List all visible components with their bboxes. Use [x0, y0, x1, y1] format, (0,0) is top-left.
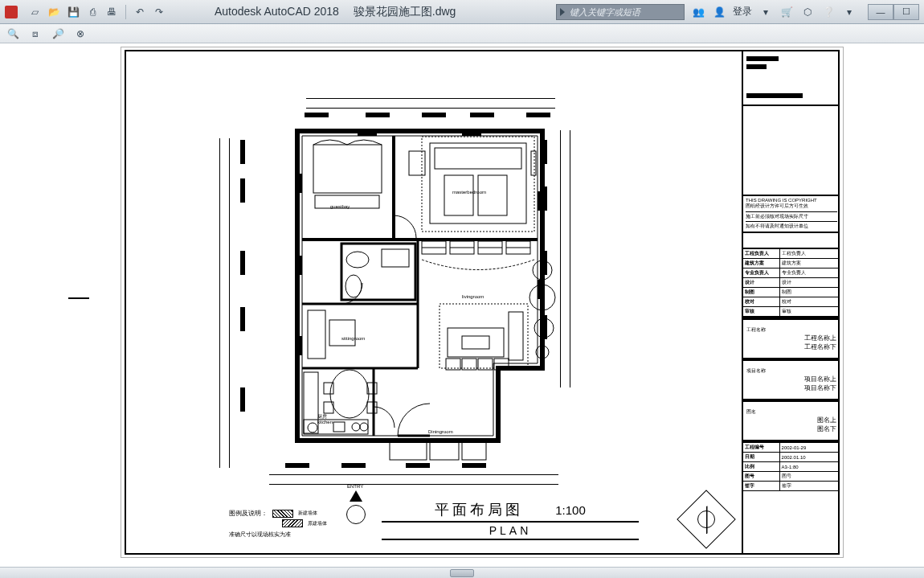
redo-icon[interactable]: ↷ [152, 5, 166, 19]
exchange-icon[interactable]: 🛒 [779, 5, 794, 19]
margin-tick [68, 297, 89, 299]
label-guest: guestbay [330, 204, 350, 209]
label-living: livingroom [462, 294, 484, 299]
svg-rect-55 [462, 442, 486, 460]
svg-rect-14 [531, 151, 536, 175]
svg-rect-30 [448, 328, 504, 357]
svg-rect-25 [382, 249, 409, 267]
plot-icon[interactable]: 🖶 [104, 5, 119, 19]
copyright-2: 图纸经设计方许可后方可生效 [746, 203, 837, 210]
close-view-icon[interactable]: ⊗ [72, 26, 88, 42]
svg-rect-27 [308, 310, 325, 359]
drawing-frame: THIS DRAWING IS COPYRIGHT 图纸经设计方许可后方可生效 … [125, 50, 840, 555]
title-bar: ▱ 📂 💾 ⎙ 🖶 ↶ ↷ Autodesk AutoCAD 2018 骏景花园… [0, 0, 924, 24]
svg-rect-56 [297, 174, 302, 193]
h-scrollbar[interactable] [0, 567, 924, 578]
zoom-icon[interactable]: 🔍 [5, 26, 21, 42]
svg-rect-57 [297, 256, 302, 275]
zoom-out-icon[interactable]: 🔎 [50, 26, 66, 42]
plan-title-en: PLAN [350, 524, 671, 537]
svg-rect-53 [390, 442, 427, 460]
copyright-4: 如有不符请及时通知设计单位 [746, 221, 837, 230]
svg-point-51 [360, 423, 368, 431]
label-dining: Diningroom [428, 429, 453, 434]
svg-rect-10 [435, 148, 521, 169]
svg-rect-58 [297, 336, 302, 355]
drawing-name-block: 图名 图名上 图名下 [743, 400, 840, 441]
window-title: Autodesk AutoCAD 2018 骏景花园施工图.dwg [215, 5, 456, 19]
app-store-icon[interactable]: ⬡ [800, 5, 815, 19]
maximize-button[interactable]: ☐ [893, 4, 919, 20]
dim-left-line [219, 138, 220, 468]
svg-rect-7 [313, 145, 382, 193]
label-sitting: sittingroom [341, 336, 365, 341]
copyright-3: 施工前必须核对现场实际尺寸 [746, 211, 837, 220]
help-search[interactable] [556, 4, 685, 20]
scroll-thumb[interactable] [450, 569, 474, 577]
label-kitchen: kitchen [317, 420, 333, 424]
plan-title-cn: 平面布局图 [435, 500, 523, 519]
svg-rect-60 [538, 280, 542, 299]
svg-rect-49 [333, 422, 345, 432]
hatch-1-icon [272, 510, 293, 518]
svg-point-48 [308, 423, 317, 432]
save-as-icon[interactable]: ⎙ [85, 5, 100, 19]
svg-rect-59 [538, 191, 542, 211]
role-table: 工程负责人工程负责人 建筑方案建筑方案 专业负责人专业负责人 设计设计 制图制图… [743, 248, 840, 317]
title-block: THIS DRAWING IS COPYRIGHT 图纸经设计方许可后方可生效 … [742, 50, 840, 555]
view-toolbar: 🔍 ⧈ 🔎 ⊗ [0, 24, 924, 43]
app-name: Autodesk AutoCAD 2018 [215, 5, 339, 18]
svg-rect-31 [462, 336, 489, 349]
drawing-canvas[interactable]: THIS DRAWING IS COPYRIGHT 图纸经设计方许可后方可生效 … [0, 43, 924, 578]
project-name-block: 工程名称 工程名称上 工程名称下 [743, 318, 840, 359]
label-entry: ENTRY [347, 484, 363, 489]
svg-rect-62 [462, 131, 481, 136]
search-tri-icon [560, 8, 565, 16]
zoom-window-icon[interactable]: ⧈ [27, 26, 43, 42]
legend-item2: 原建墙体 [308, 520, 327, 527]
svg-rect-36 [509, 312, 523, 360]
save-icon[interactable]: 💾 [66, 5, 80, 19]
minimize-button[interactable]: — [868, 4, 893, 20]
signin-icon[interactable]: 👤 [712, 5, 726, 19]
file-name: 骏景花园施工图.dwg [354, 5, 456, 18]
chevron-down-icon[interactable]: ▾ [758, 5, 773, 19]
undo-icon[interactable]: ↶ [133, 5, 147, 19]
search-input[interactable] [568, 6, 681, 18]
svg-point-50 [352, 423, 360, 431]
app-icon[interactable] [5, 6, 18, 18]
plan-scale: 1:100 [555, 503, 586, 517]
infocenter-icon[interactable]: 👥 [691, 5, 705, 19]
svg-rect-28 [329, 320, 355, 346]
svg-point-24 [346, 252, 369, 268]
open-icon[interactable]: 📂 [47, 5, 61, 19]
plan-caption: 平面布局图 1:100 PLAN [350, 500, 671, 542]
new-icon[interactable]: ▱ [27, 5, 42, 19]
label-master: masterbedroom [452, 190, 486, 195]
svg-rect-45 [367, 402, 377, 413]
svg-point-41 [330, 370, 369, 418]
chevron-down-icon[interactable]: ▾ [842, 5, 857, 19]
meta-table: 工程编号2002-01-29 日期2002.01.10 比例A3-1:80 图号… [743, 441, 840, 491]
legend-heading: 图例及说明： [229, 509, 268, 518]
svg-rect-11 [444, 175, 473, 215]
svg-rect-61 [358, 131, 377, 136]
svg-rect-12 [478, 175, 507, 215]
floor-plan: guestbay masterbedroom sittingroom livin… [221, 95, 655, 473]
signin-label[interactable]: 登录 [733, 5, 752, 18]
legend-item1: 新建墙体 [298, 510, 317, 517]
item-name-block: 项目名称 项目名称上 项目名称下 [743, 359, 840, 400]
hatch-2-icon [282, 519, 303, 527]
help-icon[interactable]: ❔ [821, 5, 836, 19]
svg-rect-13 [409, 151, 425, 175]
dim-bottom-line [269, 484, 558, 485]
svg-rect-54 [430, 442, 459, 460]
